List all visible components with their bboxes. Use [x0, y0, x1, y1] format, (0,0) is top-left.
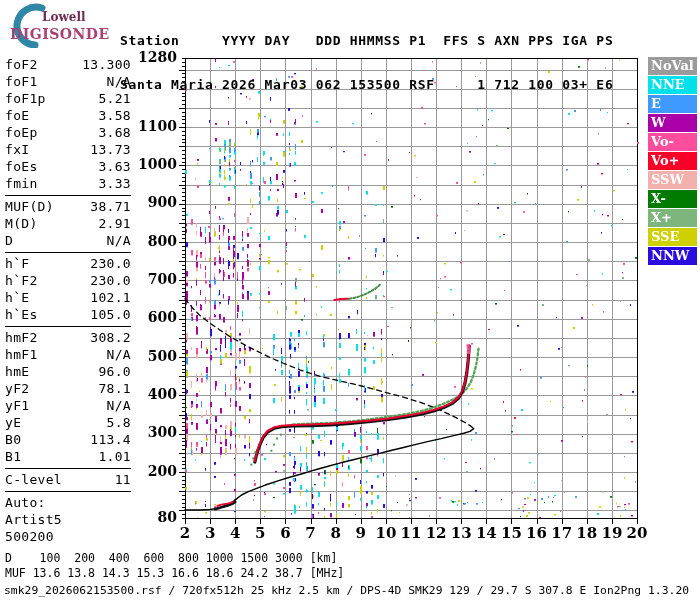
muf-values-row: MUF 13.6 13.8 14.3 15.3 16.6 18.6 24.2 3… — [5, 566, 344, 581]
legend-item-w: W — [648, 114, 697, 132]
panel-divider — [5, 468, 131, 469]
panel-divider — [5, 252, 131, 253]
param-value: N/A — [107, 346, 131, 363]
param-value: 38.71 — [90, 198, 131, 215]
param-row-fof1p: foF1p5.21 — [5, 90, 131, 107]
digisonde-ionogram-view: Lowell DIGISONDE Station YYYY DAY DDD HH… — [0, 0, 700, 600]
param-row-fof1: foF1N/A — [5, 73, 131, 90]
param-label: M(D) — [5, 215, 38, 232]
legend-item-x: X+ — [648, 209, 697, 227]
station-header: Station YYYY DAY DDD HHMMSS P1 FFS S AXN… — [120, 5, 613, 121]
param-label: D — [5, 232, 13, 249]
param-row-mufd: MUF(D)38.71 — [5, 198, 131, 215]
param-value: 5.21 — [98, 90, 131, 107]
parameter-panel: foF213.300foF1N/AfoF1p5.21foE3.58foEp3.6… — [5, 56, 131, 545]
param-value: 11 — [115, 471, 131, 488]
param-value: 3.33 — [98, 175, 131, 192]
param-label: B0 — [5, 431, 21, 448]
param-label: yF2 — [5, 380, 29, 397]
header-row-labels: Station YYYY DAY DDD HHMMSS P1 FFS S AXN… — [120, 34, 613, 49]
param-value: 96.0 — [98, 363, 131, 380]
param-label: foEs — [5, 158, 38, 175]
param-row-yf1: yF1N/A — [5, 397, 131, 414]
param-label: h`Es — [5, 306, 38, 323]
param-label: h`E — [5, 289, 29, 306]
param-label: B1 — [5, 448, 21, 465]
param-value: 105.0 — [90, 306, 131, 323]
legend-item-vo: Vo+ — [648, 152, 697, 170]
param-label: yE — [5, 414, 21, 431]
param-label: foF1p — [5, 90, 46, 107]
param-row-b1: B11.01 — [5, 448, 131, 465]
param-row-md: M(D)2.91 — [5, 215, 131, 232]
param-label: hmF2 — [5, 329, 38, 346]
header-row-values: Santa Maria 2026 Mar03 062 153500 RSF 1 … — [120, 78, 613, 93]
param-row-fmin: fmin3.33 — [5, 175, 131, 192]
param-label: MUF(D) — [5, 198, 54, 215]
param-row-hmf1: hmF1N/A — [5, 346, 131, 363]
param-row-fxi: fxI13.73 — [5, 141, 131, 158]
panel-divider — [5, 491, 131, 492]
status-line: smk29_2026062153500.rsf / 720fx512h 25 k… — [4, 584, 689, 597]
param-value: 230.0 — [90, 272, 131, 289]
param-value: N/A — [107, 232, 131, 249]
legend-item-nne: NNE — [648, 76, 697, 94]
param-value: 3.63 — [98, 158, 131, 175]
panel-divider — [5, 195, 131, 196]
echo-color-legend: NoValNNEEWVo-Vo+SSWX-X+SSENNW — [648, 57, 697, 266]
legend-item-e: E — [648, 95, 697, 113]
param-row-fof2: foF213.300 — [5, 56, 131, 73]
param-label: fmin — [5, 175, 38, 192]
param-value: 308.2 — [90, 329, 131, 346]
param-value: 1.01 — [98, 448, 131, 465]
param-row-foep: foEp3.68 — [5, 124, 131, 141]
logo-text-lowell: Lowell — [42, 10, 86, 24]
param-row-clevel: C-level11 — [5, 471, 131, 488]
param-label: foF2 — [5, 56, 38, 73]
legend-item-x: X- — [648, 190, 697, 208]
param-row-hme: hmE96.0 — [5, 363, 131, 380]
param-value: 3.58 — [98, 107, 131, 124]
param-label: hmE — [5, 363, 29, 380]
legend-item-noval: NoVal — [648, 57, 697, 75]
param-value: N/A — [107, 73, 131, 90]
param-label: h`F — [5, 255, 29, 272]
legend-item-nnw: NNW — [648, 247, 697, 265]
legend-item-sse: SSE — [648, 228, 697, 246]
legend-item-vo: Vo- — [648, 133, 697, 151]
param-row-foe: foE3.58 — [5, 107, 131, 124]
param-row-ye: yE5.8 — [5, 414, 131, 431]
param-label: foF1 — [5, 73, 38, 90]
param-label: foE — [5, 107, 29, 124]
param-row-he: h`E102.1 — [5, 289, 131, 306]
param-label: hmF1 — [5, 346, 38, 363]
panel-footer-line: Auto: — [5, 494, 131, 511]
muf-distance-row: D 100 200 400 600 800 1000 1500 3000 [km… — [5, 551, 337, 566]
param-value: 78.1 — [98, 380, 131, 397]
param-row-d: DN/A — [5, 232, 131, 249]
panel-divider — [5, 326, 131, 327]
param-label: fxI — [5, 141, 29, 158]
param-value: N/A — [107, 397, 131, 414]
param-value: 5.8 — [107, 414, 131, 431]
lowell-digisonde-logo: Lowell DIGISONDE — [2, 2, 114, 48]
param-value: 13.73 — [90, 141, 131, 158]
param-label: foEp — [5, 124, 38, 141]
param-value: 3.68 — [98, 124, 131, 141]
param-row-hes: h`Es105.0 — [5, 306, 131, 323]
param-row-hf2: h`F2230.0 — [5, 272, 131, 289]
param-value: 113.4 — [90, 431, 131, 448]
param-value: 102.1 — [90, 289, 131, 306]
param-row-yf2: yF278.1 — [5, 380, 131, 397]
param-value: 230.0 — [90, 255, 131, 272]
param-row-foes: foEs3.63 — [5, 158, 131, 175]
param-row-hf: h`F230.0 — [5, 255, 131, 272]
logo-text-digisonde: DIGISONDE — [10, 26, 110, 42]
panel-footer-line: Artist5 — [5, 511, 131, 528]
param-row-b0: B0113.4 — [5, 431, 131, 448]
param-row-hmf2: hmF2308.2 — [5, 329, 131, 346]
param-value: 2.91 — [98, 215, 131, 232]
param-value: 13.300 — [82, 56, 131, 73]
param-label: yF1 — [5, 397, 29, 414]
param-label: h`F2 — [5, 272, 38, 289]
